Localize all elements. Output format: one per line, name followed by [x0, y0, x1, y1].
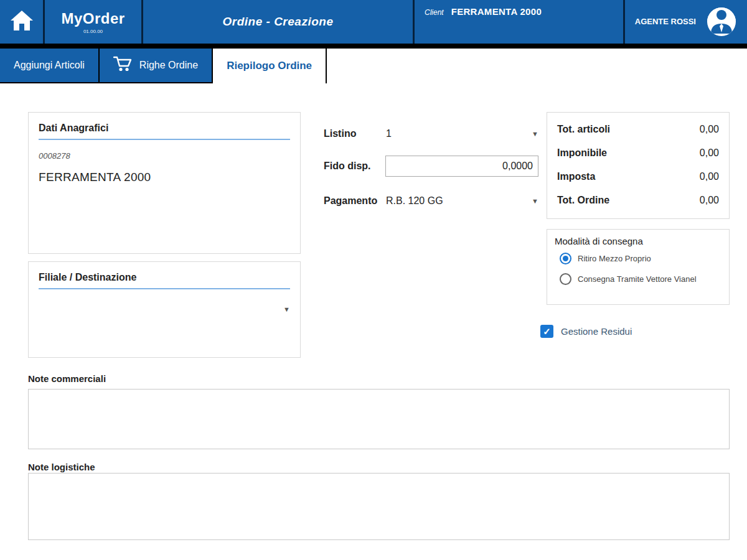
app-title: MyOrder	[61, 10, 125, 27]
radio-button[interactable]	[560, 273, 571, 285]
client-label: Client	[425, 8, 444, 17]
fido-row: Fido disp.	[324, 154, 538, 179]
tab-label: Riepilogo Ordine	[227, 60, 312, 72]
filiale-dropdown[interactable]: ▼	[29, 289, 300, 313]
filiale-panel: Filiale / Destinazione ▼	[28, 261, 301, 358]
fido-label: Fido disp.	[324, 161, 385, 172]
dati-anagrafici-panel: Dati Anagrafici 0008278 FERRAMENTA 2000	[28, 112, 301, 254]
pagamento-row: Pagamento R.B. 120 GG ▼	[324, 189, 538, 213]
radio-button[interactable]	[560, 253, 571, 264]
total-label: Imposta	[557, 171, 595, 182]
total-value: 0,00	[700, 124, 719, 135]
total-value: 0,00	[700, 195, 719, 206]
tab-label: Righe Ordine	[139, 60, 198, 71]
total-row: Tot. Ordine 0,00	[557, 189, 719, 212]
cart-icon	[113, 56, 132, 75]
dati-anagrafici-title: Dati Anagrafici	[29, 113, 300, 139]
listino-value: 1	[386, 128, 392, 139]
customer-code: 0008278	[29, 140, 300, 161]
pagamento-label: Pagamento	[324, 195, 386, 207]
tab-riepilogo-ordine[interactable]: Riepilogo Ordine	[213, 49, 327, 83]
client-name: FERRAMENTA 2000	[451, 6, 542, 17]
page-title-wrap: Ordine - Creazione	[143, 0, 415, 44]
app-title-block: MyOrder 01.00.00	[45, 0, 143, 44]
order-creation-page: MyOrder 01.00.00 Ordine - Creazione Clie…	[0, 0, 747, 560]
listino-row: Listino 1 ▼	[324, 121, 538, 146]
header-divider	[0, 44, 747, 49]
tab-bar: Aggiungi Articoli Righe Ordine Riepilogo…	[0, 49, 327, 83]
client-block: Client FERRAMENTA 2000	[415, 0, 625, 44]
note-logistiche-textarea[interactable]	[28, 473, 730, 540]
total-row: Imposta 0,00	[557, 165, 719, 189]
total-value: 0,00	[700, 147, 719, 159]
fido-input[interactable]	[385, 156, 538, 177]
radio-label: Consegna Tramite Vettore Vianel	[578, 274, 697, 284]
agent-block: AGENTE ROSSI	[625, 0, 747, 44]
checkbox-checked-icon[interactable]: ✓	[540, 325, 553, 338]
total-row: Tot. articoli 0,00	[557, 118, 719, 141]
chevron-down-icon[interactable]: ▼	[532, 197, 538, 205]
note-logistiche-label: Note logistiche	[28, 462, 95, 472]
filiale-title: Filiale / Destinazione	[29, 262, 300, 288]
gestione-residui-row[interactable]: ✓ Gestione Residui	[540, 325, 632, 338]
gestione-residui-label: Gestione Residui	[561, 326, 632, 337]
agent-avatar[interactable]	[707, 7, 736, 36]
radio-ritiro-mezzo-proprio[interactable]: Ritiro Mezzo Proprio	[560, 253, 721, 264]
tab-aggiungi-articoli[interactable]: Aggiungi Articoli	[0, 49, 100, 83]
home-button[interactable]	[0, 0, 45, 44]
radio-consegna-vettore[interactable]: Consegna Tramite Vettore Vianel	[560, 273, 721, 285]
total-label: Tot. articoli	[557, 124, 610, 135]
order-fields: Listino 1 ▼ Fido disp. Pagamento R.B. 12…	[324, 121, 538, 213]
agent-name: AGENTE ROSSI	[635, 16, 696, 28]
listino-label: Listino	[324, 128, 386, 139]
radio-label: Ritiro Mezzo Proprio	[578, 254, 651, 263]
total-label: Imponibile	[557, 147, 607, 159]
note-commerciali-label: Note commerciali	[28, 373, 106, 384]
app-version: 01.00.00	[83, 29, 103, 34]
tab-label: Aggiungi Articoli	[14, 60, 85, 71]
pagamento-value: R.B. 120 GG	[386, 195, 443, 207]
total-value: 0,00	[700, 171, 719, 182]
customer-name: FERRAMENTA 2000	[29, 161, 300, 184]
app-header: MyOrder 01.00.00 Ordine - Creazione Clie…	[0, 0, 747, 44]
modalita-consegna-title: Modalità di consegna	[555, 236, 721, 246]
page-title: Ordine - Creazione	[223, 15, 334, 29]
totals-panel: Tot. articoli 0,00 Imponibile 0,00 Impos…	[547, 112, 730, 219]
home-icon	[9, 9, 34, 34]
chevron-down-icon[interactable]: ▼	[532, 130, 538, 138]
user-icon	[707, 7, 736, 36]
tab-righe-ordine[interactable]: Righe Ordine	[100, 49, 213, 83]
chevron-down-icon: ▼	[283, 306, 290, 313]
note-commerciali-textarea[interactable]	[28, 389, 730, 449]
total-row: Imponibile 0,00	[557, 141, 719, 165]
modalita-consegna-panel: Modalità di consegna Ritiro Mezzo Propri…	[547, 229, 730, 305]
total-label: Tot. Ordine	[557, 195, 609, 206]
